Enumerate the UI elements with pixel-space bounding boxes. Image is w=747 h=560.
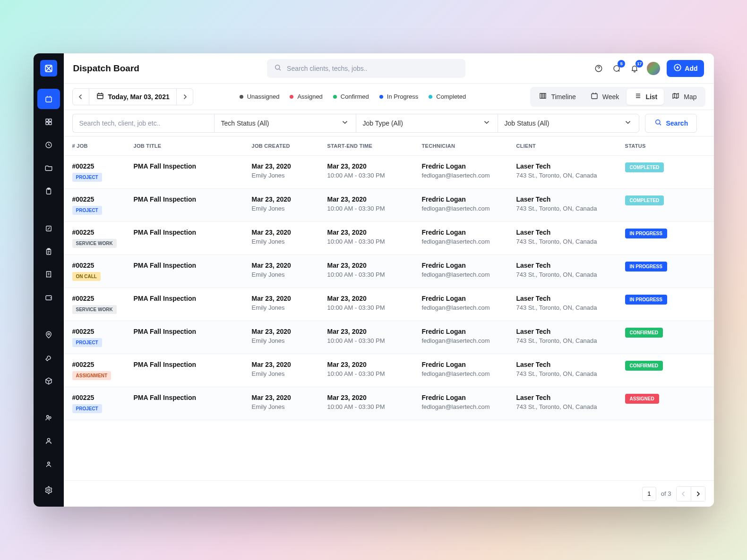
tech-email: fedlogan@lasertech.com	[422, 205, 516, 212]
nav-tasks[interactable]	[37, 241, 60, 262]
chat-icon[interactable]: 5	[611, 63, 622, 74]
time-range: 10:00 AM - 03:30 PM	[327, 271, 422, 278]
table-row[interactable]: #00225 PROJECT PMA Fall Inspection Mar 2…	[64, 387, 714, 420]
nav-time[interactable]	[37, 135, 60, 155]
tech-name: Fredric Logan	[422, 162, 516, 170]
filter-job-status[interactable]: Job Status (All)	[498, 114, 639, 133]
table-row[interactable]: #00225 PROJECT PMA Fall Inspection Mar 2…	[64, 189, 714, 222]
nav-receipt[interactable]	[37, 264, 60, 285]
view-map[interactable]: Map	[665, 89, 703, 105]
global-search-input[interactable]	[287, 65, 459, 72]
cell-created: Mar 23, 2020 Emily Jones	[252, 262, 327, 281]
avatar[interactable]	[647, 62, 660, 75]
time-range: 10:00 AM - 03:30 PM	[327, 337, 422, 344]
cell-tech: Fredric Logan fedlogan@lasertech.com	[422, 295, 516, 314]
nav-profile[interactable]	[37, 454, 60, 474]
sidebar	[34, 53, 64, 507]
nav-grid[interactable]	[37, 112, 60, 132]
table-row[interactable]: #00225 SERVICE WORK PMA Fall Inspection …	[64, 288, 714, 321]
column-header: JOB CREATED	[252, 143, 327, 149]
nav-discount[interactable]	[37, 218, 60, 238]
column-header: JOB TITLE	[134, 143, 252, 149]
created-date: Mar 23, 2020	[252, 229, 327, 236]
cell-tech: Fredric Logan fedlogan@lasertech.com	[422, 262, 516, 281]
filter-bar: Tech Status (All) Job Type (All) Job Sta…	[64, 110, 714, 136]
cell-job: #00225 PROJECT	[72, 195, 134, 215]
nav-user[interactable]	[37, 431, 60, 451]
nav-package[interactable]	[37, 371, 60, 391]
created-by: Emily Jones	[252, 205, 327, 212]
created-by: Emily Jones	[252, 403, 327, 410]
cell-status: CONFIRMED	[625, 361, 691, 380]
legend-label: Confirmed	[341, 93, 369, 100]
filter-search-button[interactable]: Search	[645, 114, 697, 133]
nav-team[interactable]	[37, 407, 60, 428]
legend-item: Unassigned	[240, 93, 280, 100]
date-next[interactable]	[176, 88, 193, 105]
add-button[interactable]: Add	[667, 60, 704, 77]
add-label: Add	[685, 65, 697, 72]
view-list[interactable]: List	[627, 89, 664, 105]
nav-dispatch[interactable]	[37, 89, 60, 109]
nav-location[interactable]	[37, 324, 60, 345]
job-title: PMA Fall Inspection	[134, 195, 252, 203]
cell-client: Laser Tech 743 St., Toronto, ON, Canada	[516, 361, 625, 380]
page-prev[interactable]	[677, 487, 691, 501]
table-row[interactable]: #00225 PROJECT PMA Fall Inspection Mar 2…	[64, 156, 714, 189]
job-title: PMA Fall Inspection	[134, 328, 252, 335]
help-icon[interactable]	[593, 63, 604, 74]
cell-client: Laser Tech 743 St., Toronto, ON, Canada	[516, 162, 625, 182]
filter-search[interactable]	[72, 114, 214, 133]
page-current[interactable]: 1	[642, 487, 656, 501]
job-id: #00225	[72, 394, 134, 401]
nav-wallet[interactable]	[37, 288, 60, 308]
date-display[interactable]: Today, Mar 03, 2021	[89, 88, 176, 105]
client-address: 743 St., Toronto, ON, Canada	[516, 205, 625, 212]
legend-dot	[240, 95, 243, 99]
tech-name: Fredric Logan	[422, 229, 516, 236]
logo-icon[interactable]	[40, 60, 57, 76]
nav-settings[interactable]	[37, 480, 60, 500]
created-by: Emily Jones	[252, 337, 327, 344]
table-row[interactable]: #00225 ON CALL PMA Fall Inspection Mar 2…	[64, 255, 714, 288]
filter-job-type[interactable]: Job Type (All)	[356, 114, 498, 133]
view-segment: Timeline Week List Map	[530, 87, 705, 107]
nav-folder[interactable]	[37, 158, 60, 178]
page-next[interactable]	[691, 487, 705, 501]
view-week[interactable]: Week	[584, 89, 626, 105]
cell-title: PMA Fall Inspection	[134, 328, 252, 347]
cell-client: Laser Tech 743 St., Toronto, ON, Canada	[516, 328, 625, 347]
job-id: #00225	[72, 295, 134, 302]
nav-clipboard[interactable]	[37, 181, 60, 202]
view-timeline[interactable]: Timeline	[532, 89, 582, 105]
cell-tech: Fredric Logan fedlogan@lasertech.com	[422, 229, 516, 248]
start-date: Mar 23, 2020	[327, 195, 422, 203]
start-date: Mar 23, 2020	[327, 361, 422, 368]
filter-search-input[interactable]	[79, 119, 207, 127]
legend-label: Assigned	[297, 93, 322, 100]
bell-icon[interactable]: 17	[629, 63, 640, 74]
svg-rect-23	[540, 93, 542, 99]
client-name: Laser Tech	[516, 295, 625, 302]
table-row[interactable]: #00225 SERVICE WORK PMA Fall Inspection …	[64, 222, 714, 255]
column-header: TECHNICIAN	[422, 143, 516, 149]
filter-tech-status[interactable]: Tech Status (All)	[214, 114, 356, 133]
nav-wrench[interactable]	[37, 348, 60, 368]
table-row[interactable]: #00225 ASSIGNMENT PMA Fall Inspection Ma…	[64, 354, 714, 387]
view-list-label: List	[645, 93, 657, 101]
svg-rect-2	[46, 119, 48, 121]
cell-job: #00225 PROJECT	[72, 162, 134, 182]
table-row[interactable]: #00225 PROJECT PMA Fall Inspection Mar 2…	[64, 321, 714, 354]
date-prev[interactable]	[72, 88, 89, 105]
time-range: 10:00 AM - 03:30 PM	[327, 172, 422, 179]
table-body: #00225 PROJECT PMA Fall Inspection Mar 2…	[64, 156, 714, 420]
chevron-down-icon	[624, 118, 632, 128]
column-header: CLIENT	[516, 143, 625, 149]
job-type-pill: SERVICE WORK	[72, 239, 117, 248]
job-title: PMA Fall Inspection	[134, 162, 252, 170]
global-search[interactable]	[267, 59, 465, 78]
svg-point-16	[47, 438, 50, 441]
cell-title: PMA Fall Inspection	[134, 162, 252, 182]
cell-time: Mar 23, 2020 10:00 AM - 03:30 PM	[327, 229, 422, 248]
cell-status: COMPLETED	[625, 195, 691, 215]
